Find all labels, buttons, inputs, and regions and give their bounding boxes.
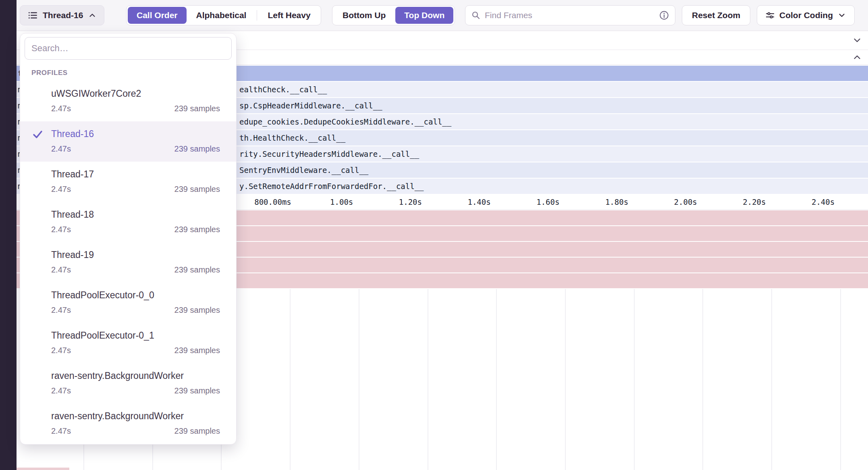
profile-name: Thread-18 (51, 208, 220, 220)
time-axis-label: 2.20s (743, 198, 766, 206)
search-icon (471, 10, 481, 20)
profile-list-item[interactable]: Thread-162.47s239 samples (20, 121, 236, 162)
profile-list-item[interactable]: raven-sentry.BackgroundWorker2.47s239 sa… (20, 403, 236, 444)
profile-name: raven-sentry.BackgroundWorker (51, 410, 220, 422)
profile-duration: 2.47s (51, 143, 71, 154)
profile-list-item[interactable]: ThreadPoolExecutor-0_12.47s239 samples (20, 323, 236, 363)
profile-sample-count: 239 samples (174, 184, 220, 194)
gridline (771, 289, 772, 470)
profile-name: uWSGIWorker7Core2 (51, 87, 220, 100)
time-axis-label: 1.40s (467, 198, 490, 206)
direction-option-top-down[interactable]: Top Down (395, 7, 453, 24)
frame-label: th.HealthCheck.__call__ (239, 130, 345, 146)
reset-zoom-label: Reset Zoom (692, 10, 740, 20)
profile-sample-count: 239 samples (174, 264, 220, 275)
frame-label: ealthCheck.__call__ (239, 82, 327, 97)
direction-option-label: Top Down (404, 10, 444, 20)
chevron-down-icon (837, 11, 846, 20)
sort-segmented-control: Call Order Alphabetical Left Heavy (126, 5, 321, 25)
time-axis-label: 1.60s (536, 198, 559, 206)
profile-list-item[interactable]: Thread-182.47s239 samples (20, 202, 236, 242)
sort-option-label: Left Heavy (268, 10, 310, 20)
frame-block-partial[interactable] (17, 468, 69, 470)
gridline (840, 289, 841, 470)
thread-selector-label: Thread-16 (43, 10, 83, 20)
sort-option-label: Call Order (137, 10, 178, 20)
profile-meta: 2.47s239 samples (51, 385, 220, 396)
profile-meta: 2.47s239 samples (51, 305, 220, 315)
gridline (496, 289, 497, 470)
profile-sample-count: 239 samples (174, 143, 220, 154)
profile-sample-count: 239 samples (174, 426, 220, 436)
gridline (359, 289, 359, 470)
profile-meta: 2.47s239 samples (51, 103, 220, 114)
profiles-search-input[interactable] (25, 37, 232, 60)
left-sidebar-strip (0, 0, 17, 470)
profile-list-item[interactable]: Thread-192.47s239 samples (20, 242, 236, 283)
profile-meta: 2.47s239 samples (51, 224, 220, 235)
profile-meta: 2.47s239 samples (51, 426, 220, 436)
profile-name: Thread-16 (51, 128, 220, 140)
chevron-up-icon (88, 11, 97, 20)
find-frames-container (465, 5, 675, 25)
profiles-section-label: PROFILES (31, 69, 68, 77)
sort-option-left-heavy[interactable]: Left Heavy (259, 7, 319, 24)
profile-meta: 2.47s239 samples (51, 143, 220, 154)
profile-duration: 2.47s (51, 385, 71, 396)
gridline (428, 289, 428, 470)
profile-duration: 2.47s (51, 345, 71, 356)
time-axis-label: 2.40s (812, 198, 835, 206)
frame-label: edupe_cookies.DedupeCookiesMiddleware.__… (239, 114, 451, 129)
sort-option-label: Alphabetical (196, 10, 247, 20)
chevron-down-icon[interactable] (852, 35, 862, 46)
profile-name: ThreadPoolExecutor-0_1 (51, 329, 220, 341)
check-icon (32, 129, 43, 140)
profile-duration: 2.47s (51, 426, 71, 436)
profile-sample-count: 239 samples (174, 103, 220, 114)
profile-name: Thread-17 (51, 168, 220, 180)
profile-name: raven-sentry.BackgroundWorker (51, 370, 220, 382)
color-coding-label: Color Coding (779, 10, 833, 20)
chevron-up-icon[interactable] (852, 52, 862, 62)
reset-zoom-button[interactable]: Reset Zoom (682, 5, 750, 25)
frame-label: y.SetRemoteAddrFromForwardedFor.__call__ (239, 179, 424, 194)
thread-selector-button[interactable]: Thread-16 (20, 5, 104, 25)
time-axis-label: 1.20s (399, 198, 422, 206)
sliders-icon (765, 10, 775, 20)
profile-duration: 2.47s (51, 184, 71, 194)
profile-sample-count: 239 samples (174, 385, 220, 396)
time-axis-label: 2.00s (674, 198, 697, 206)
profile-list-item[interactable]: ThreadPoolExecutor-0_02.47s239 samples (20, 283, 236, 323)
gridline (702, 289, 703, 470)
profile-sample-count: 239 samples (174, 224, 220, 235)
toolbar: Thread-16 Call Order Alphabetical Left H… (17, 0, 868, 31)
profile-name: ThreadPoolExecutor-0_0 (51, 289, 220, 301)
gridline (565, 289, 566, 470)
profile-name: Thread-19 (51, 249, 220, 261)
frame-label: sp.CspHeaderMiddleware.__call__ (239, 98, 382, 113)
time-axis-label: 1.80s (605, 198, 628, 206)
profiles-list: uWSGIWorker7Core22.47s239 samplesThread-… (20, 81, 236, 444)
profile-list-item[interactable]: Thread-172.47s239 samples (20, 162, 236, 202)
frame-label: SentryEnvMiddleware.__call__ (239, 162, 368, 178)
profile-list-item[interactable]: uWSGIWorker7Core22.47s239 samples (20, 81, 236, 121)
profile-meta: 2.47s239 samples (51, 264, 220, 275)
time-axis-label: 800.00ms (254, 198, 291, 206)
info-icon[interactable] (659, 10, 669, 21)
profile-duration: 2.47s (51, 305, 71, 315)
find-frames-input[interactable] (485, 10, 655, 20)
profile-list-item[interactable]: raven-sentry.BackgroundWorker2.47s239 sa… (20, 363, 236, 403)
direction-option-label: Bottom Up (343, 10, 386, 20)
profile-duration: 2.47s (51, 224, 71, 235)
time-axis-label: 1.00s (330, 198, 353, 206)
color-coding-button[interactable]: Color Coding (757, 5, 855, 25)
direction-option-bottom-up[interactable]: Bottom Up (334, 7, 395, 24)
direction-segmented-control: Bottom Up Top Down (332, 5, 455, 25)
sort-option-alphabetical[interactable]: Alphabetical (187, 7, 255, 24)
frame-label: rity.SecurityHeadersMiddleware.__call__ (239, 146, 419, 162)
profile-duration: 2.47s (51, 103, 71, 114)
profiles-dropdown: PROFILES uWSGIWorker7Core22.47s239 sampl… (20, 33, 237, 445)
list-icon (27, 10, 38, 21)
profile-sample-count: 239 samples (174, 305, 220, 315)
sort-option-call-order[interactable]: Call Order (128, 7, 187, 24)
